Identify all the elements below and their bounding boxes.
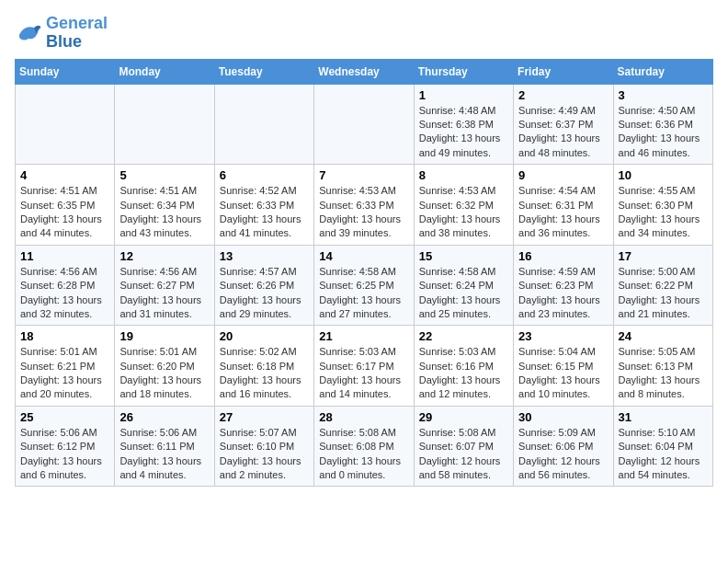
day-info: Sunrise: 5:01 AM Sunset: 6:21 PM Dayligh… [20,345,109,402]
calendar-day: 11Sunrise: 4:56 AM Sunset: 6:28 PM Dayli… [16,245,115,326]
calendar-day: 22Sunrise: 5:03 AM Sunset: 6:16 PM Dayli… [414,326,513,407]
day-info: Sunrise: 4:59 AM Sunset: 6:23 PM Dayligh… [518,265,608,322]
logo-subtext: Blue [46,33,108,52]
calendar-day: 25Sunrise: 5:06 AM Sunset: 6:12 PM Dayli… [16,406,115,487]
logo-text: General [46,15,108,33]
day-info: Sunrise: 4:52 AM Sunset: 6:33 PM Dayligh… [220,184,309,241]
day-info: Sunrise: 4:56 AM Sunset: 6:27 PM Dayligh… [119,265,209,322]
calendar-day [214,84,313,165]
calendar-week: 11Sunrise: 4:56 AM Sunset: 6:28 PM Dayli… [16,245,713,326]
day-info: Sunrise: 5:03 AM Sunset: 6:17 PM Dayligh… [319,345,408,402]
day-number: 8 [419,168,508,182]
calendar-day: 9Sunrise: 4:54 AM Sunset: 6:31 PM Daylig… [514,165,613,246]
day-number: 10 [619,168,708,182]
day-info: Sunrise: 5:01 AM Sunset: 6:20 PM Dayligh… [119,345,209,402]
day-number: 25 [20,410,109,424]
calendar-day: 27Sunrise: 5:07 AM Sunset: 6:10 PM Dayli… [214,406,313,487]
calendar-day: 4Sunrise: 4:51 AM Sunset: 6:35 PM Daylig… [16,165,115,246]
day-info: Sunrise: 5:09 AM Sunset: 6:06 PM Dayligh… [518,426,608,483]
day-number: 18 [20,329,109,343]
calendar-day: 23Sunrise: 5:04 AM Sunset: 6:15 PM Dayli… [514,326,613,407]
calendar-day: 21Sunrise: 5:03 AM Sunset: 6:17 PM Dayli… [314,326,414,407]
day-info: Sunrise: 5:03 AM Sunset: 6:16 PM Dayligh… [419,345,508,402]
day-number: 23 [518,329,608,343]
day-number: 5 [119,168,209,182]
calendar-day: 2Sunrise: 4:49 AM Sunset: 6:37 PM Daylig… [514,84,613,165]
day-number: 22 [419,329,508,343]
calendar-day: 6Sunrise: 4:52 AM Sunset: 6:33 PM Daylig… [214,165,313,246]
day-number: 12 [119,249,209,263]
day-info: Sunrise: 4:56 AM Sunset: 6:28 PM Dayligh… [20,265,109,322]
calendar-day: 12Sunrise: 4:56 AM Sunset: 6:27 PM Dayli… [115,245,214,326]
day-info: Sunrise: 4:58 AM Sunset: 6:24 PM Dayligh… [419,265,508,322]
header-day: Wednesday [314,59,414,84]
day-info: Sunrise: 5:06 AM Sunset: 6:12 PM Dayligh… [20,426,109,483]
day-number: 3 [619,88,708,102]
day-info: Sunrise: 4:50 AM Sunset: 6:36 PM Dayligh… [619,104,708,161]
header-day: Sunday [16,59,115,84]
calendar-day [16,84,115,165]
day-number: 31 [619,410,708,424]
logo: General Blue [15,15,108,52]
calendar-header: SundayMondayTuesdayWednesdayThursdayFrid… [16,59,713,84]
day-info: Sunrise: 5:02 AM Sunset: 6:18 PM Dayligh… [220,345,309,402]
day-number: 17 [619,249,708,263]
calendar-day: 1Sunrise: 4:48 AM Sunset: 6:38 PM Daylig… [414,84,513,165]
page-header: General Blue [15,15,713,52]
calendar-day [314,84,414,165]
calendar-day: 24Sunrise: 5:05 AM Sunset: 6:13 PM Dayli… [613,326,712,407]
day-info: Sunrise: 5:00 AM Sunset: 6:22 PM Dayligh… [619,265,708,322]
day-info: Sunrise: 5:08 AM Sunset: 6:07 PM Dayligh… [419,426,508,483]
calendar-week: 25Sunrise: 5:06 AM Sunset: 6:12 PM Dayli… [16,406,713,487]
calendar-day: 18Sunrise: 5:01 AM Sunset: 6:21 PM Dayli… [16,326,115,407]
day-number: 4 [20,168,109,182]
calendar-day: 30Sunrise: 5:09 AM Sunset: 6:06 PM Dayli… [514,406,613,487]
calendar-day: 29Sunrise: 5:08 AM Sunset: 6:07 PM Dayli… [414,406,513,487]
calendar-day: 5Sunrise: 4:51 AM Sunset: 6:34 PM Daylig… [115,165,214,246]
day-info: Sunrise: 4:58 AM Sunset: 6:25 PM Dayligh… [319,265,408,322]
day-number: 24 [619,329,708,343]
calendar-table: SundayMondayTuesdayWednesdayThursdayFrid… [15,59,713,488]
day-info: Sunrise: 5:04 AM Sunset: 6:15 PM Dayligh… [518,345,608,402]
day-info: Sunrise: 4:51 AM Sunset: 6:34 PM Dayligh… [119,184,209,241]
day-info: Sunrise: 4:54 AM Sunset: 6:31 PM Dayligh… [518,184,608,241]
day-number: 14 [319,249,408,263]
calendar-day: 17Sunrise: 5:00 AM Sunset: 6:22 PM Dayli… [613,245,712,326]
day-number: 2 [518,88,608,102]
day-info: Sunrise: 5:07 AM Sunset: 6:10 PM Dayligh… [220,426,309,483]
header-day: Saturday [613,59,712,84]
calendar-day: 10Sunrise: 4:55 AM Sunset: 6:30 PM Dayli… [613,165,712,246]
calendar-day: 3Sunrise: 4:50 AM Sunset: 6:36 PM Daylig… [613,84,712,165]
header-day: Tuesday [214,59,313,84]
calendar-day: 20Sunrise: 5:02 AM Sunset: 6:18 PM Dayli… [214,326,313,407]
day-info: Sunrise: 5:05 AM Sunset: 6:13 PM Dayligh… [619,345,708,402]
logo-icon [15,19,42,47]
calendar-day: 13Sunrise: 4:57 AM Sunset: 6:26 PM Dayli… [214,245,313,326]
calendar-day: 28Sunrise: 5:08 AM Sunset: 6:08 PM Dayli… [314,406,414,487]
calendar-day: 14Sunrise: 4:58 AM Sunset: 6:25 PM Dayli… [314,245,414,326]
calendar-week: 4Sunrise: 4:51 AM Sunset: 6:35 PM Daylig… [16,165,713,246]
calendar-day: 19Sunrise: 5:01 AM Sunset: 6:20 PM Dayli… [115,326,214,407]
calendar-day: 31Sunrise: 5:10 AM Sunset: 6:04 PM Dayli… [613,406,712,487]
day-info: Sunrise: 4:49 AM Sunset: 6:37 PM Dayligh… [518,104,608,161]
day-number: 21 [319,329,408,343]
day-info: Sunrise: 5:08 AM Sunset: 6:08 PM Dayligh… [319,426,408,483]
day-number: 28 [319,410,408,424]
day-number: 1 [419,88,508,102]
header-row: SundayMondayTuesdayWednesdayThursdayFrid… [16,59,713,84]
day-info: Sunrise: 5:10 AM Sunset: 6:04 PM Dayligh… [619,426,708,483]
day-number: 29 [419,410,508,424]
day-number: 11 [20,249,109,263]
day-number: 19 [119,329,209,343]
calendar-day: 16Sunrise: 4:59 AM Sunset: 6:23 PM Dayli… [514,245,613,326]
calendar-week: 18Sunrise: 5:01 AM Sunset: 6:21 PM Dayli… [16,326,713,407]
calendar-week: 1Sunrise: 4:48 AM Sunset: 6:38 PM Daylig… [16,84,713,165]
day-number: 13 [220,249,309,263]
day-info: Sunrise: 4:57 AM Sunset: 6:26 PM Dayligh… [220,265,309,322]
day-info: Sunrise: 5:06 AM Sunset: 6:11 PM Dayligh… [119,426,209,483]
day-number: 20 [220,329,309,343]
header-day: Thursday [414,59,513,84]
calendar-day [115,84,214,165]
day-info: Sunrise: 4:51 AM Sunset: 6:35 PM Dayligh… [20,184,109,241]
calendar-day: 7Sunrise: 4:53 AM Sunset: 6:33 PM Daylig… [314,165,414,246]
